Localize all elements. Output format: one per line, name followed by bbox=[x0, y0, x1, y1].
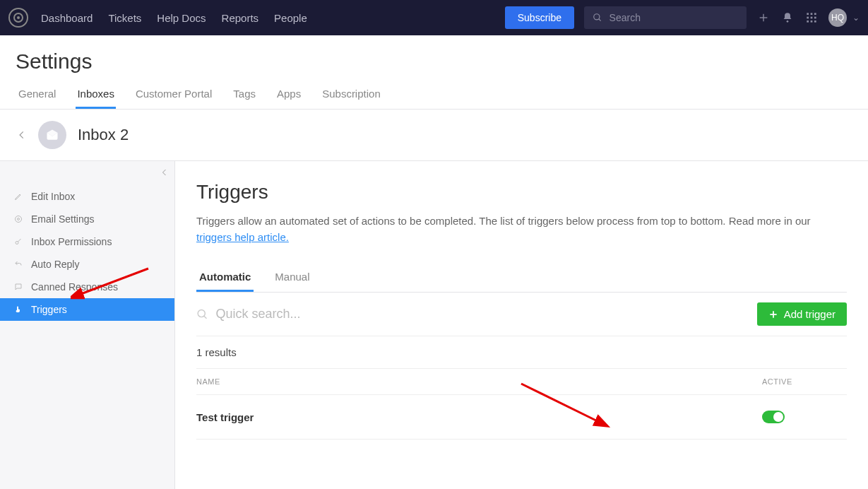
svg-rect-7 bbox=[814, 13, 816, 15]
tab-automatic[interactable]: Automatic bbox=[196, 264, 254, 292]
svg-line-18 bbox=[204, 316, 207, 319]
nav-people[interactable]: People bbox=[274, 12, 307, 24]
search-icon bbox=[591, 11, 604, 25]
sidebar-item-label: Email Settings bbox=[31, 213, 94, 225]
svg-point-17 bbox=[198, 310, 205, 317]
tab-manual[interactable]: Manual bbox=[272, 264, 312, 292]
nav-helpdocs[interactable]: Help Docs bbox=[157, 12, 206, 24]
sidebar-item-edit-inbox[interactable]: Edit Inbox bbox=[0, 185, 174, 208]
subscribe-button[interactable]: Subscribe bbox=[505, 6, 574, 29]
sidebar-item-email-settings[interactable]: Email Settings bbox=[0, 208, 174, 230]
inbox-name: Inbox 2 bbox=[78, 126, 129, 144]
toggle-wrap bbox=[762, 411, 847, 423]
svg-rect-9 bbox=[811, 17, 813, 19]
hand-icon bbox=[14, 305, 24, 314]
add-icon[interactable] bbox=[756, 11, 771, 25]
global-search[interactable] bbox=[584, 6, 747, 29]
chevron-down-icon[interactable]: ⌄ bbox=[852, 13, 860, 23]
user-avatar[interactable]: HQ bbox=[828, 8, 847, 27]
chat-icon bbox=[14, 283, 24, 291]
svg-rect-13 bbox=[814, 20, 816, 23]
add-trigger-label: Add trigger bbox=[784, 308, 836, 320]
help-link[interactable]: triggers help article. bbox=[196, 231, 289, 243]
svg-point-4 bbox=[787, 20, 789, 23]
svg-point-0 bbox=[594, 14, 600, 20]
column-active: ACTIVE bbox=[762, 377, 847, 386]
settings-tabs: General Inboxes Customer Portal Tags App… bbox=[0, 81, 868, 110]
topbar-right: Subscribe HQ ⌄ bbox=[505, 6, 860, 29]
quick-search-input[interactable] bbox=[215, 307, 756, 322]
bell-icon[interactable] bbox=[780, 11, 795, 25]
key-icon bbox=[14, 237, 24, 246]
reply-icon bbox=[14, 260, 24, 269]
search-icon bbox=[196, 308, 208, 321]
tab-inboxes[interactable]: Inboxes bbox=[76, 81, 116, 109]
add-trigger-button[interactable]: Add trigger bbox=[757, 302, 847, 326]
tab-customer-portal[interactable]: Customer Portal bbox=[134, 81, 213, 109]
back-icon[interactable] bbox=[17, 127, 27, 143]
sidebar-item-auto-reply[interactable]: Auto Reply bbox=[0, 253, 174, 276]
tab-subscription[interactable]: Subscription bbox=[321, 81, 382, 109]
search-row: Add trigger bbox=[196, 293, 847, 336]
svg-rect-5 bbox=[807, 13, 809, 15]
content: Triggers Triggers allow an automated set… bbox=[175, 161, 868, 489]
svg-rect-8 bbox=[807, 17, 809, 19]
sidebar-item-canned-responses[interactable]: Canned Responses bbox=[0, 276, 174, 298]
sidebar-collapse-icon[interactable] bbox=[160, 168, 169, 177]
trigger-tabs: Automatic Manual bbox=[196, 264, 847, 293]
trigger-name: Test trigger bbox=[196, 411, 762, 423]
inbox-avatar-icon bbox=[38, 121, 66, 149]
at-icon bbox=[14, 215, 24, 223]
svg-point-14 bbox=[16, 216, 22, 223]
pencil-icon bbox=[14, 192, 24, 201]
nav-reports[interactable]: Reports bbox=[222, 12, 259, 24]
sidebar-item-inbox-permissions[interactable]: Inbox Permissions bbox=[0, 230, 174, 253]
svg-line-1 bbox=[599, 19, 601, 21]
sidebar-item-label: Auto Reply bbox=[31, 259, 79, 270]
quick-search[interactable] bbox=[196, 307, 757, 322]
inbox-header: Inbox 2 bbox=[0, 110, 868, 161]
app-logo[interactable] bbox=[8, 8, 28, 28]
content-description: Triggers allow an automated set of actio… bbox=[196, 213, 847, 245]
sidebar-item-triggers[interactable]: Triggers bbox=[0, 298, 174, 321]
svg-point-16 bbox=[16, 242, 18, 245]
apps-grid-icon[interactable] bbox=[804, 11, 819, 25]
sidebar-item-label: Canned Responses bbox=[31, 281, 118, 293]
plus-icon bbox=[768, 310, 778, 319]
page-title-wrap: Settings bbox=[0, 35, 868, 81]
search-input[interactable] bbox=[610, 12, 739, 23]
active-toggle[interactable] bbox=[762, 411, 785, 423]
table-header: NAME ACTIVE bbox=[196, 369, 847, 395]
page-title: Settings bbox=[16, 49, 852, 73]
svg-rect-12 bbox=[811, 20, 813, 23]
tab-general[interactable]: General bbox=[17, 81, 57, 109]
sidebar-item-label: Triggers bbox=[31, 304, 67, 315]
description-text: Triggers allow an automated set of actio… bbox=[196, 215, 811, 227]
results-count: 1 results bbox=[196, 336, 847, 369]
nav-links: Dashboard Tickets Help Docs Reports Peop… bbox=[41, 12, 307, 24]
svg-rect-6 bbox=[811, 13, 813, 15]
sidebar-item-label: Edit Inbox bbox=[31, 191, 75, 202]
trigger-row[interactable]: Test trigger bbox=[196, 395, 847, 440]
tab-tags[interactable]: Tags bbox=[232, 81, 257, 109]
sidebar-item-label: Inbox Permissions bbox=[31, 236, 112, 247]
topbar: Dashboard Tickets Help Docs Reports Peop… bbox=[0, 0, 868, 35]
tab-apps[interactable]: Apps bbox=[275, 81, 302, 109]
svg-point-15 bbox=[18, 218, 20, 220]
column-name: NAME bbox=[196, 377, 762, 386]
sidebar: Edit Inbox Email Settings Inbox Permissi… bbox=[0, 161, 175, 489]
nav-dashboard[interactable]: Dashboard bbox=[41, 12, 93, 24]
nav-tickets[interactable]: Tickets bbox=[108, 12, 141, 24]
content-heading: Triggers bbox=[196, 181, 847, 204]
svg-rect-11 bbox=[807, 20, 809, 23]
svg-rect-10 bbox=[814, 17, 816, 19]
